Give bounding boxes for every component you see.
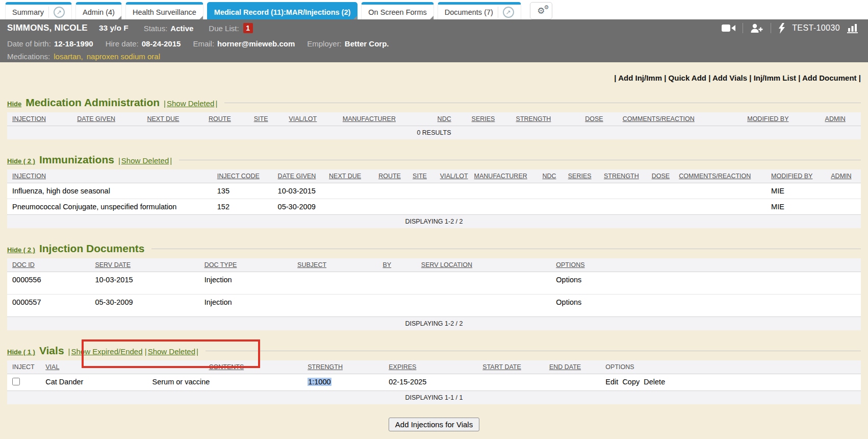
column-header[interactable]: STRENGTH [599, 169, 647, 183]
options-link[interactable]: Options [551, 272, 861, 295]
bar-chart-icon[interactable] [847, 23, 859, 33]
column-header[interactable]: SERV LOCATION [416, 258, 551, 272]
column-header[interactable]: DOC TYPE [199, 258, 292, 272]
column-header[interactable]: CONTENTS [147, 360, 303, 374]
dob-value: 12-18-1990 [54, 39, 93, 48]
column-header[interactable]: OPTIONS [551, 258, 861, 272]
cell-inject-code: 135 [212, 183, 273, 199]
vial-row[interactable]: Cat Dander Serum or vaccine 1:1000 02-15… [7, 374, 861, 391]
column-header[interactable]: NDC [432, 112, 467, 126]
employer-value: Better Corp. [345, 39, 389, 48]
column-header[interactable]: STRENGTH [302, 360, 384, 374]
patient-header-row1: SIMMONS, NICOLE 33 y/o F Status: Active … [7, 19, 859, 37]
vials-table: INJECT VIAL CONTENTS STRENGTH EXPIRES ST… [7, 360, 861, 404]
column-header[interactable]: ROUTE [203, 112, 249, 126]
tab-medical-record[interactable]: Medical Record (11):MAR/Injections (2) [207, 2, 358, 19]
hire-date-label: Hire date: [106, 39, 139, 48]
hide-link[interactable]: Hide ( 2 ) [7, 157, 35, 165]
column-header[interactable]: SITE [249, 112, 284, 126]
column-header[interactable]: ADMIN [826, 169, 861, 183]
column-header[interactable]: SUBJECT [292, 258, 377, 272]
column-header[interactable]: INJECTION [7, 169, 212, 183]
due-list-badge[interactable]: 1 [243, 23, 253, 33]
show-deleted-link[interactable]: Show Deleted [145, 347, 198, 356]
quick-add-link[interactable]: Quick Add [664, 74, 706, 82]
immunization-row[interactable]: Influenza, high dose seasonal 135 10-03-… [7, 183, 861, 199]
column-header[interactable]: NDC [538, 169, 563, 183]
add-vials-link[interactable]: Add Vials [708, 74, 747, 82]
column-header[interactable]: SERIES [467, 112, 511, 126]
column-header[interactable]: DOSE [580, 112, 618, 126]
add-person-icon[interactable] [750, 23, 763, 33]
column-header[interactable]: MANUFACTURER [469, 169, 538, 183]
lightning-bolt-icon[interactable] [778, 23, 785, 34]
document-row[interactable]: 0000557 05-30-2009 Injection Options [7, 295, 861, 317]
column-header[interactable]: EXPIRES [384, 360, 477, 374]
column-header[interactable]: COMMENTS/REACTION [618, 112, 742, 126]
column-header[interactable]: DOC ID [7, 258, 90, 272]
vial-checkbox[interactable] [12, 378, 20, 385]
settings-button[interactable]: ⚙⚙ [530, 2, 552, 19]
tab-on-screen-forms[interactable]: On Screen Forms [361, 2, 433, 19]
column-header[interactable]: VIAL/LOT [284, 112, 337, 126]
show-expired-ended-link[interactable]: Show Expired/Ended [68, 347, 143, 356]
column-header[interactable]: SERIES [563, 169, 599, 183]
tab-admin[interactable]: Admin (4) [75, 2, 122, 19]
tab-label: Summary [12, 8, 44, 16]
hide-link[interactable]: Hide ( 2 ) [7, 246, 35, 254]
inj-imm-list-link[interactable]: Inj/Imm List [749, 74, 796, 82]
immunization-row[interactable]: Pneumococcal Conjugate, unspecified form… [7, 199, 861, 215]
column-header[interactable]: MODIFIED BY [766, 169, 826, 183]
popout-icon[interactable]: ↗ [503, 7, 514, 18]
add-injections-for-vials-button[interactable]: Add Injections for Vials [389, 418, 479, 431]
column-header[interactable]: DATE GIVEN [273, 169, 324, 183]
column-header[interactable]: COMMENTS/REACTION [674, 169, 766, 183]
injection-documents-table: DOC ID SERV DATE DOC TYPE SUBJECT BY SER… [7, 258, 861, 330]
tab-documents[interactable]: Documents (7) ↗ [438, 2, 521, 19]
tab-health-surveillance[interactable]: Health Surveillance [125, 2, 203, 19]
edit-link[interactable]: Edit [605, 378, 618, 386]
copy-link[interactable]: Copy [622, 378, 640, 386]
column-header[interactable]: VIAL/LOT [435, 169, 469, 183]
column-header[interactable]: DOSE [647, 169, 674, 183]
header-tools: TEST-10030 [722, 23, 859, 34]
due-list-label: Due List: [209, 24, 239, 33]
hide-link[interactable]: Hide [7, 100, 21, 108]
cell-injection: Influenza, high dose seasonal [7, 183, 212, 199]
column-header[interactable]: VIAL [40, 360, 147, 374]
column-header[interactable]: ADMIN [820, 112, 861, 126]
column-header[interactable]: MANUFACTURER [338, 112, 432, 126]
section-rule [179, 160, 861, 160]
column-header[interactable]: SERV DATE [90, 258, 199, 272]
medication-link-naproxen[interactable]: naproxen sodium oral [87, 52, 160, 61]
cell-strength: 1:1000 [302, 374, 384, 391]
show-deleted-link[interactable]: Show Deleted [164, 99, 217, 108]
cell-injection: Pneumococcal Conjugate, unspecified form… [7, 199, 212, 215]
column-header[interactable]: BY [377, 258, 416, 272]
cell-start-date [477, 374, 544, 391]
video-camera-icon[interactable] [722, 23, 735, 33]
column-header[interactable]: ROUTE [373, 169, 407, 183]
column-header[interactable]: SITE [407, 169, 435, 183]
hide-link[interactable]: Hide ( 1 ) [7, 348, 35, 356]
column-header[interactable]: START DATE [477, 360, 544, 374]
column-header[interactable]: NEXT DUE [324, 169, 373, 183]
section-immunizations: Hide ( 2 ) Immunizations Show Deleted IN… [7, 154, 861, 228]
document-row[interactable]: 0000556 10-03-2015 Injection Options [7, 272, 861, 295]
add-inj-imm-link[interactable]: Add Inj/Imm [614, 74, 662, 82]
column-header[interactable]: DATE GIVEN [72, 112, 142, 126]
column-header[interactable]: NEXT DUE [142, 112, 203, 126]
column-header[interactable]: MODIFIED BY [742, 112, 820, 126]
column-header[interactable]: INJECTION [7, 112, 72, 126]
options-link[interactable]: Options [551, 295, 861, 317]
delete-link[interactable]: Delete [644, 378, 665, 386]
show-deleted-link[interactable]: Show Deleted [118, 156, 172, 165]
paging-text: DISPLAYING 1-2 / 2 [7, 317, 861, 331]
tab-summary[interactable]: Summary ↗ [5, 2, 72, 19]
medication-link-losartan[interactable]: losartan, [54, 52, 83, 61]
column-header[interactable]: STRENGTH [511, 112, 580, 126]
column-header[interactable]: END DATE [544, 360, 600, 374]
popout-icon[interactable]: ↗ [54, 7, 65, 18]
column-header[interactable]: INJECT CODE [212, 169, 273, 183]
add-document-link[interactable]: Add Document [798, 74, 861, 82]
